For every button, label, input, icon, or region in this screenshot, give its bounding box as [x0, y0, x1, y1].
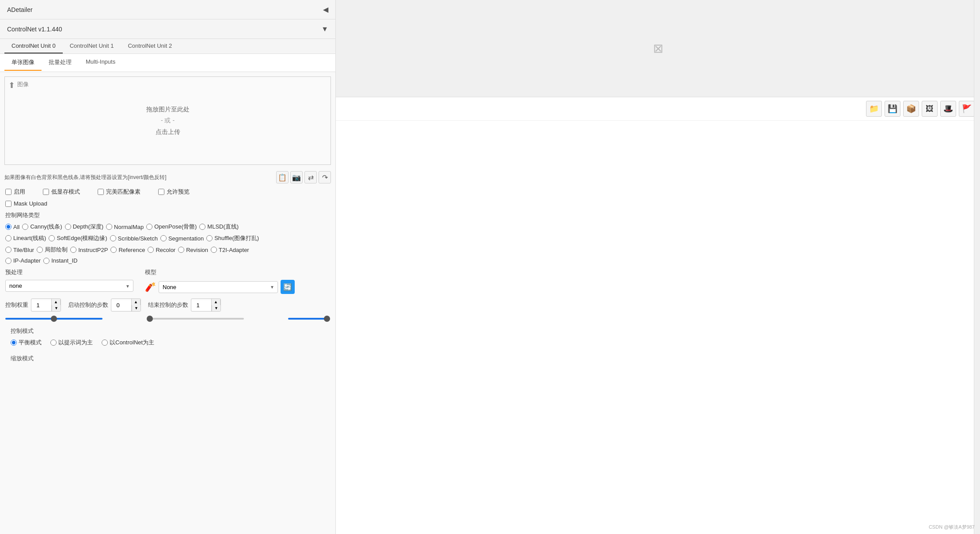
radio-controlnet-first[interactable]: 以ControlNet为主 [102, 339, 154, 347]
radio-t2i-adapter[interactable]: T2I-Adapter [211, 246, 249, 254]
low-vram-checkbox[interactable] [43, 189, 49, 195]
end-step-down-btn[interactable]: ▼ [212, 305, 220, 311]
radio-instant-id-input[interactable] [43, 258, 49, 264]
mask-upload-label[interactable]: Mask Upload [5, 200, 330, 207]
start-step-down-btn[interactable]: ▼ [132, 305, 141, 311]
end-step-up-btn[interactable]: ▲ [212, 299, 220, 305]
radio-openpose-input[interactable] [146, 224, 152, 230]
end-step-stepper[interactable]: ▲ ▼ [191, 298, 221, 312]
radio-ip-adapter-input[interactable] [5, 258, 11, 264]
radio-segmentation[interactable]: Segmentation [160, 234, 204, 242]
radio-normalmap[interactable]: NormalMap [106, 223, 144, 231]
radio-softedge[interactable]: SoftEdge(模糊边缘) [49, 234, 107, 242]
radio-instructp2p-input[interactable] [70, 247, 76, 253]
checkbox-allow-preview[interactable]: 允许预览 [158, 188, 190, 196]
tab-single-image[interactable]: 单张图像 [4, 55, 42, 71]
preprocess-group: 预处理 none [5, 268, 133, 292]
tab-batch[interactable]: 批量处理 [42, 55, 79, 71]
weight-input[interactable] [31, 300, 51, 310]
pixel-perfect-checkbox[interactable] [98, 189, 104, 195]
radio-instant-id[interactable]: Instant_ID [43, 257, 77, 264]
checkbox-pixel-perfect[interactable]: 完美匹配像素 [98, 188, 141, 196]
weight-stepper[interactable]: ▲ ▼ [31, 298, 61, 312]
radio-all-input[interactable] [5, 224, 11, 230]
radio-revision-input[interactable] [178, 247, 184, 253]
radio-shuffle[interactable]: Shuffle(图像打乱) [206, 234, 259, 242]
camera-icon[interactable]: 📷 [290, 171, 303, 183]
refresh-model-button[interactable]: 🔄 [281, 280, 295, 294]
radio-softedge-input[interactable] [49, 235, 55, 241]
model-select[interactable]: None [159, 281, 278, 293]
model-row: 🧨 None 🔄 [145, 280, 295, 294]
radio-local-draw-input[interactable] [37, 247, 43, 253]
radio-shuffle-input[interactable] [206, 235, 213, 241]
radio-depth[interactable]: Depth(深度) [65, 223, 103, 231]
radio-prompt-first[interactable]: 以提示词为主 [50, 339, 93, 347]
image-frame-icon[interactable]: 🖼 [922, 101, 938, 117]
radio-scribble-input[interactable] [110, 235, 116, 241]
radio-lineart[interactable]: Lineart(线稿) [5, 234, 46, 242]
radio-prompt-first-input[interactable] [50, 339, 57, 346]
weight-group: 控制权重 ▲ ▼ [5, 298, 61, 312]
enable-checkbox[interactable] [5, 189, 11, 195]
radio-revision[interactable]: Revision [178, 246, 208, 254]
box-icon[interactable]: 📦 [903, 101, 919, 117]
start-slider[interactable] [147, 318, 244, 320]
checkbox-enable[interactable]: 启用 [5, 188, 25, 196]
end-slider[interactable] [288, 318, 330, 320]
radio-canny[interactable]: Canny(线条) [22, 223, 62, 231]
radio-reference[interactable]: Reference [110, 246, 145, 254]
radio-controlnet-first-input[interactable] [102, 339, 108, 346]
radio-segmentation-input[interactable] [160, 235, 167, 241]
tab-multi-inputs[interactable]: Multi-Inputs [79, 55, 122, 71]
warning-row: 如果图像有白色背景和黑色线条,请将预处理器设置为[invert/颜色反转] 📋 … [0, 169, 335, 185]
radio-openpose[interactable]: OpenPose(骨骼) [146, 223, 197, 231]
radio-balanced[interactable]: 平衡模式 [11, 339, 42, 347]
swap-icon[interactable]: ⇄ [304, 171, 317, 183]
allow-preview-checkbox[interactable] [158, 189, 164, 195]
weight-slider[interactable] [5, 318, 103, 320]
start-step-input[interactable] [111, 300, 131, 310]
hat-icon[interactable]: 🎩 [940, 101, 956, 117]
adetailer-collapse-icon[interactable]: ◀ [323, 5, 328, 14]
folder-icon[interactable]: 📁 [866, 101, 882, 117]
checkbox-low-vram[interactable]: 低显存模式 [43, 188, 80, 196]
radio-mlsd-input[interactable] [199, 224, 205, 230]
radio-ip-adapter[interactable]: IP-Adapter [5, 257, 41, 264]
radio-tile-input[interactable] [5, 247, 11, 253]
radio-lineart-input[interactable] [5, 235, 11, 241]
radio-recolor[interactable]: Recolor [148, 246, 175, 254]
file-save-icon[interactable]: 💾 [885, 101, 900, 117]
end-step-input[interactable] [191, 300, 211, 310]
network-type-group-row2: Lineart(线稿) SoftEdge(模糊边缘) Scribble/Sket… [0, 233, 335, 244]
radio-scribble[interactable]: Scribble/Sketch [110, 234, 158, 242]
image-upload-area[interactable]: ⬆ 图像 拖放图片至此处 - 或 - 点击上传 [4, 76, 331, 165]
radio-mlsd[interactable]: MLSD(直线) [199, 223, 239, 231]
radio-instructp2p[interactable]: InstructP2P [70, 246, 108, 254]
tab-controlnet-unit-0[interactable]: ControlNet Unit 0 [4, 39, 63, 53]
radio-normalmap-input[interactable] [106, 224, 112, 230]
radio-depth-input[interactable] [65, 224, 71, 230]
radio-all[interactable]: All [5, 223, 19, 231]
tab-controlnet-unit-1[interactable]: ControlNet Unit 1 [63, 39, 121, 53]
tab-controlnet-unit-2[interactable]: ControlNet Unit 2 [121, 39, 179, 53]
controlnet-dropdown-icon[interactable]: ▼ [321, 25, 328, 33]
copy-icon[interactable]: 📋 [276, 171, 289, 183]
radio-recolor-input[interactable] [148, 247, 154, 253]
start-step-stepper[interactable]: ▲ ▼ [111, 298, 141, 312]
preprocess-select[interactable]: none [5, 280, 133, 292]
right-scrollbar[interactable] [974, 0, 980, 534]
rotate-icon[interactable]: ↷ [319, 171, 331, 183]
fire-icon[interactable]: 🧨 [145, 282, 156, 292]
flag-icon[interactable]: 🚩 [959, 101, 975, 117]
radio-balanced-input[interactable] [11, 339, 17, 346]
radio-tile[interactable]: Tile/Blur [5, 246, 34, 254]
weight-up-btn[interactable]: ▲ [52, 299, 61, 305]
weight-down-btn[interactable]: ▼ [52, 305, 61, 311]
radio-reference-input[interactable] [110, 247, 117, 253]
mask-upload-checkbox[interactable] [5, 201, 11, 207]
radio-t2i-adapter-input[interactable] [211, 247, 217, 253]
radio-canny-input[interactable] [22, 224, 28, 230]
start-step-up-btn[interactable]: ▲ [132, 299, 141, 305]
radio-local-draw[interactable]: 局部绘制 [37, 246, 68, 254]
